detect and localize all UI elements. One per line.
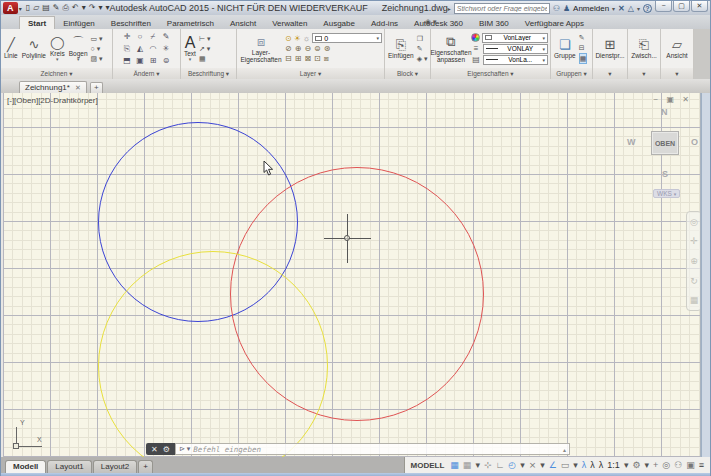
layer-tool-icon[interactable]: ⊜ (314, 44, 321, 53)
file-tab-close-icon[interactable]: ✕ (75, 84, 81, 92)
tab-beschriften[interactable]: Beschriften (103, 17, 159, 29)
ansicht-panel-label[interactable]: ▾ (661, 68, 693, 79)
text-button[interactable]: A Text ▾ (183, 34, 197, 64)
gruppe-bearbeiten-icon[interactable]: ✎ (579, 33, 588, 42)
layer-tool-icon[interactable]: ⊛ (324, 44, 331, 53)
units-icon[interactable]: ◎ (662, 458, 670, 472)
annotation-autoscale-icon[interactable]: λ (590, 458, 595, 472)
layout1-tab[interactable]: Layout1 (47, 460, 91, 473)
drawing-window-controls[interactable]: − ▣ ✕ (654, 95, 692, 104)
layer-panel-label[interactable]: Layer ▾ (237, 68, 384, 79)
einfuegen-button[interactable]: ⎘ Einfügen (387, 36, 415, 60)
snap-caret-icon[interactable]: ▾ (475, 458, 480, 472)
tab-start[interactable]: Start (19, 16, 55, 29)
ribbon-options-icon[interactable]: ◉ ▾ (425, 18, 437, 28)
pan-icon[interactable]: ✛ (690, 236, 698, 246)
abrunden-icon[interactable]: ◠ (147, 43, 159, 54)
navigation-bar[interactable]: ◎✛⊕↻▦ (686, 211, 701, 311)
redo-caret-icon[interactable]: ▾ (98, 2, 102, 14)
fuehrungslinie-icon[interactable]: ↗ ▾ (199, 44, 211, 53)
showmotion-icon[interactable]: ▦ (690, 295, 699, 305)
polar-caret-icon[interactable]: ▾ (520, 458, 525, 472)
dienstprogramme-button[interactable]: ⊞ Dienstpr... (594, 36, 625, 60)
tab-einfuegen[interactable]: Einfügen (55, 17, 103, 29)
file-tab-zeichnung1[interactable]: Zeichnung1* ✕ (19, 81, 87, 93)
attribut-bearbeiten-icon[interactable]: ✎ (417, 44, 428, 53)
annotation-visibility-icon[interactable]: λ (582, 458, 587, 472)
layer-tool-icon[interactable]: ⊕ (295, 44, 302, 53)
command-input[interactable]: ⊳ ▾ Befehl eingeben ▴ (175, 443, 570, 455)
polylinie-button[interactable]: ∿ Polylinie (21, 36, 47, 60)
workspace-gear-icon[interactable]: ⚙ (632, 458, 640, 472)
layer-tool-icon[interactable]: ⊞ (295, 54, 302, 64)
saveas-icon[interactable]: ✎ (53, 2, 60, 14)
layer-tool-icon[interactable]: ⧈ (324, 54, 329, 64)
color-select[interactable]: VonLayer ▾ (482, 33, 548, 43)
layer-lock-icon[interactable]: ☼ (303, 34, 310, 43)
new-icon[interactable]: ▯ (26, 2, 30, 14)
command-prompt-icon[interactable]: ⊳ ▾ (179, 445, 190, 453)
annotation-scale-icon[interactable]: λ (599, 458, 604, 472)
save-icon[interactable]: ▤ (42, 2, 50, 14)
rechteck-icon[interactable]: ▭ ▾ (91, 34, 103, 43)
tab-parametrisch[interactable]: Parametrisch (159, 17, 222, 29)
zwischenablage-panel-label[interactable]: ▾ (628, 68, 660, 79)
annotation-scale-value[interactable]: 1:1 (607, 458, 620, 472)
zwischenablage-button[interactable]: ⎗ Zwisch... (630, 36, 658, 60)
autocad-logo-icon[interactable]: A (3, 2, 18, 14)
maximize-button[interactable]: ▢ (673, 1, 690, 12)
viewcube-east[interactable]: O (691, 137, 698, 147)
linetype-select[interactable]: VONLAY ▾ (483, 44, 548, 54)
layer-eigenschaften-button[interactable]: ⧈ Layer- Eigenschaften (239, 33, 283, 64)
undo-caret-icon[interactable]: ▾ (82, 2, 86, 14)
grid-icon[interactable]: ▦ (450, 458, 459, 472)
quick-properties-icon[interactable]: ⚇ (674, 458, 682, 472)
viewcube-west[interactable]: W (627, 137, 636, 147)
otrack-caret-icon[interactable]: ▾ (540, 458, 545, 472)
selection-cycling-icon[interactable]: ▭ (561, 458, 570, 472)
search-caret-icon[interactable]: ▸ (448, 5, 451, 12)
kopieren-icon[interactable]: ⎘ (121, 43, 133, 54)
layer-tool-icon[interactable]: ⊘ (285, 44, 292, 53)
tab-verfuegbare-apps[interactable]: Verfügbare Apps (517, 17, 592, 29)
bogen-button[interactable]: ⌒ Bogen ▾ (68, 34, 89, 64)
reihe-icon[interactable]: ⊞ (147, 55, 159, 66)
viewcube-top-face[interactable]: OBEN (651, 131, 679, 155)
layer-tool-icon[interactable]: ⊡ (314, 54, 321, 64)
search-icon[interactable]: ⚇ (553, 4, 560, 13)
zoom-icon[interactable]: ⊕ (690, 256, 698, 266)
block-erstellen-icon[interactable]: ❐ (417, 34, 428, 43)
spiegeln-icon[interactable]: ◭ (134, 43, 146, 54)
new-drawing-tab-button[interactable]: + (90, 82, 103, 93)
app-menu-caret-icon[interactable]: ▾ (19, 5, 22, 12)
redo-icon[interactable]: ↷ (89, 2, 96, 14)
schraffur-icon[interactable]: ▨ ▾ (91, 54, 103, 63)
tabelle-icon[interactable]: ▦ (199, 54, 211, 63)
exchange-apps-icon[interactable]: ✕ (618, 4, 625, 13)
snap-mode-icon[interactable]: ▦ (463, 458, 472, 472)
selection-caret-icon[interactable]: ▾ (573, 458, 578, 472)
minimize-button[interactable]: − (655, 1, 672, 12)
linie-button[interactable]: ╱ Linie (3, 36, 19, 60)
gruppen-panel-label[interactable]: Gruppen ▾ (551, 68, 592, 79)
strecken-icon[interactable]: ⬒ (121, 55, 133, 66)
viewcube-south[interactable]: S (662, 169, 668, 179)
open-icon[interactable]: ▱ (33, 2, 39, 14)
drawing-canvas[interactable]: [-][Oben][2D-Drahtkörper] − ▣ ✕ N W O S … (3, 93, 701, 457)
gruppen-manager-icon[interactable]: ▦ (579, 53, 588, 64)
customization-menu-icon[interactable]: ≡ (699, 458, 704, 472)
signin-button[interactable]: Anmelden (573, 4, 609, 13)
versetzen-icon[interactable]: ⊜ (160, 55, 172, 66)
aufloesen-icon[interactable]: ✳ (160, 43, 172, 54)
workspace-caret-icon[interactable]: ▾ (644, 458, 649, 472)
command-expand-icon[interactable]: ▴ (563, 446, 566, 453)
layer-freeze-icon[interactable]: ☀ (294, 34, 301, 43)
ansicht-button[interactable]: ▱ Ansicht (665, 36, 688, 60)
navigation-wheel-icon[interactable]: ◎ (690, 217, 698, 227)
polar-tracking-icon[interactable]: ◴ (508, 458, 516, 472)
stutzen-icon[interactable]: ⌿ (147, 31, 159, 42)
drehen-icon[interactable]: ○ (134, 31, 146, 42)
viewport-controls-label[interactable]: [-][Oben][2D-Drahtkörper] (7, 96, 98, 105)
layer-tool-icon[interactable]: ⊠ (304, 54, 311, 64)
block-editor-icon[interactable]: ◈ ▾ (417, 54, 428, 63)
